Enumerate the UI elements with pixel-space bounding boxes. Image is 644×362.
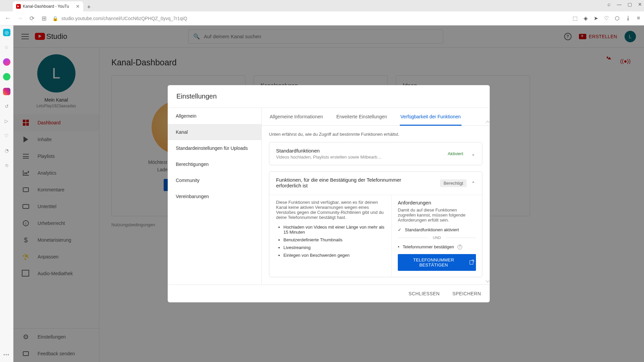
menu-icon[interactable]: ≡ [637,15,640,21]
section-intro: Unten erfährst du, wie du Zugriff auf be… [269,132,482,137]
close-button[interactable]: SCHLIESSEN [407,288,442,299]
browser-search-icon[interactable]: ⌕ [607,1,611,7]
address-bar: ← → ⟳ ⊞ 🔒 studio.youtube.com/channel/UCo… [0,11,644,25]
lock-icon: 🔒 [52,16,58,21]
tab-close-icon[interactable]: ✕ [76,4,80,9]
shield-icon[interactable]: ◈ [584,15,588,21]
status-badge: Aktiviert [444,150,467,158]
modal-side-kanal[interactable]: Kanal [168,124,261,140]
tab-title: Kanal-Dashboard - YouTu [23,4,69,9]
url-text: studio.youtube.com/channel/UCocN6zQPHQZ_… [61,16,187,21]
browser-tab[interactable]: Kanal-Dashboard - YouTu ✕ [13,1,83,11]
url-field[interactable]: 🔒 studio.youtube.com/channel/UCocN6zQPHQ… [52,16,568,21]
window-controls: ⌕ ― ▢ ✕ [607,1,642,7]
clock-icon[interactable]: ◔ [3,147,10,154]
status-badge: Berechtigt [440,179,467,187]
requirement-text: Standardfunktionen aktiviert [405,227,459,232]
player-icon[interactable]: ▷ [3,117,10,125]
list-item: Hochladen von Videos mit einer Länge von… [283,225,385,235]
modal-scroll-area[interactable]: Unten erfährst du, wie du Zugriff auf be… [262,126,490,285]
modal-side-permissions[interactable]: Berechtigungen [168,156,261,172]
bookmarks-icon[interactable]: ☆ [3,44,10,51]
sidebar-more-icon[interactable]: ••• [3,353,10,357]
opera-sidebar: ◎ ☆ ↺ ▷ ♡ ◔ ⎋ ••• [0,25,13,362]
messenger-icon[interactable] [3,58,10,66]
modal-footer: SCHLIESSEN SPEICHERN [168,285,490,302]
chevron-down-icon: ⌄ [471,151,475,157]
modal-side-allgemein[interactable]: Allgemein [168,108,261,124]
requirement-item: • Telefonnummer bestätigen ? [398,244,476,249]
verify-phone-button[interactable]: TELEFONNUMMER BESTÄTIGEN [398,254,476,271]
list-item: Benutzerdefinierte Thumbnails [283,237,385,242]
speed-dial-icon[interactable]: ⊞ [40,15,48,22]
modal-side-agreements[interactable]: Vereinbarungen [168,188,261,204]
save-button[interactable]: SPEICHERN [450,288,483,299]
maximize-icon[interactable]: ▢ [628,2,632,7]
cube-icon[interactable]: ⬡ [615,15,620,21]
history-icon[interactable]: ↺ [3,103,10,110]
pinboard-icon[interactable]: ♡ [3,132,10,139]
modal-sidebar: Allgemein Kanal Standardeinstellungen fü… [168,108,262,285]
panel-subtitle: Videos hochladen, Playlists erstellen so… [276,155,440,160]
requirements-desc: Damit du auf diese Funktionen zugreifen … [398,207,476,223]
instagram-icon[interactable] [3,88,10,95]
forward-icon: → [16,15,23,22]
minimize-icon[interactable]: ― [617,2,622,7]
list-item: Livestreaming [283,245,385,250]
opera-home-icon[interactable]: ◎ [3,29,10,36]
youtube-favicon [16,4,21,9]
settings-modal: Einstellungen Allgemein Kanal Standardei… [168,85,490,302]
modal-side-uploads[interactable]: Standardeinstellungen für Uploads [168,140,261,156]
location-icon[interactable]: ⎋ [3,162,10,169]
close-window-icon[interactable]: ✕ [638,2,642,7]
tab-feature-eligibility[interactable]: Verfügbarkeit der Funktionen [400,108,462,125]
list-item: Einlegen von Beschwerden gegen [283,253,385,258]
requirements-title: Anforderungen [398,200,476,205]
snapshot-icon[interactable]: ⬚ [573,15,578,21]
check-icon: ✓ [398,227,401,232]
bullet-icon: • [398,244,399,249]
tab-general-info[interactable]: Allgemeine Informationen [269,108,324,125]
download-icon[interactable]: ⭳ [626,15,631,21]
browser-titlebar: Kanal-Dashboard - YouTu ✕ + ⌕ ― ▢ ✕ [0,0,644,11]
verify-label: TELEFONNUMMER BESTÄTIGEN [400,257,467,267]
panel-title: Standardfunktionen [276,148,440,154]
new-tab-button[interactable]: + [85,3,93,11]
back-icon[interactable]: ← [4,15,11,22]
panel-header[interactable]: Standardfunktionen Videos hochladen, Pla… [269,142,482,165]
modal-content: Allgemeine Informationen Erweiterte Eins… [262,108,490,285]
panel-description: Diese Funktionen sind verfügbar, wenn es… [276,200,385,220]
modal-title: Einstellungen [168,85,490,108]
chevron-up-icon: ⌃ [471,181,475,186]
and-separator: UND [398,236,476,240]
panel-phone-features: Funktionen, für die eine Bestätigung der… [269,171,482,277]
panel-right: Anforderungen Damit du auf diese Funktio… [391,195,482,277]
modal-overlay: Einstellungen Allgemein Kanal Standardei… [13,25,644,362]
panel-header[interactable]: Funktionen, für die eine Bestätigung der… [269,172,482,195]
requirement-item: ✓ Standardfunktionen aktiviert [398,227,476,232]
external-link-icon [470,260,473,264]
addressbar-actions: ⬚ ◈ ➤ ♡ ⬡ ⭳ ≡ [573,15,640,21]
scrollbar[interactable] [487,121,489,282]
feature-list: Hochladen von Videos mit einer Länge von… [276,225,385,258]
modal-tabs: Allgemeine Informationen Erweiterte Eins… [262,108,490,126]
tab-advanced[interactable]: Erweiterte Einstellungen [336,108,388,125]
panel-default-features: Standardfunktionen Videos hochladen, Pla… [269,142,482,165]
panel-title: Funktionen, für die eine Bestätigung der… [276,177,404,188]
youtube-studio-app: Studio 🔍 ? ERSTELLEN L L Mein Kanal Lets… [13,25,644,362]
send-icon[interactable]: ➤ [594,15,598,21]
reload-icon[interactable]: ⟳ [28,15,36,22]
modal-side-community[interactable]: Community [168,172,261,188]
heart-icon[interactable]: ♡ [604,15,609,21]
panel-left: Diese Funktionen sind verfügbar, wenn es… [269,195,391,277]
requirement-text: Telefonnummer bestätigen [403,244,454,249]
help-icon[interactable]: ? [458,245,462,249]
whatsapp-icon[interactable] [3,73,10,80]
